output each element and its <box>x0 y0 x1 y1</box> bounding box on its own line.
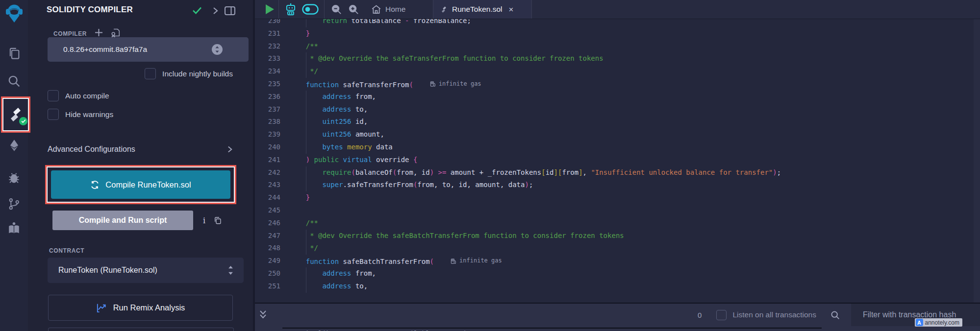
chevron-right-icon <box>227 145 233 153</box>
contract-selected-value: RuneToken (RuneToken.sol) <box>58 266 157 275</box>
search-icon[interactable] <box>0 74 28 88</box>
code-line[interactable]: 248 */ <box>255 242 980 255</box>
copy-icon[interactable] <box>213 216 222 225</box>
compile-and-run-button[interactable]: Compile and Run script <box>52 211 193 230</box>
solidity-file-icon <box>440 5 448 14</box>
code-line[interactable]: 231 } <box>255 27 980 40</box>
line-number[interactable]: 243 <box>255 179 280 191</box>
tab-close-icon[interactable]: × <box>509 5 514 14</box>
code-text: /** <box>280 40 318 53</box>
code-line[interactable]: 235 function safeTransferFrom(infinite g… <box>255 78 980 91</box>
code-line[interactable]: 243 super.safeTransferFrom(from, to, id,… <box>255 179 980 191</box>
line-number[interactable]: 236 <box>255 91 280 103</box>
line-number[interactable]: 238 <box>255 116 280 128</box>
line-number[interactable]: 242 <box>255 166 280 179</box>
deploy-and-run-icon[interactable] <box>0 139 28 152</box>
line-number[interactable]: 239 <box>255 128 280 141</box>
editor-scrollbar[interactable] <box>974 19 980 303</box>
code-line[interactable]: 239 uint256 amount, <box>255 128 980 141</box>
terminal-search-icon[interactable] <box>830 310 840 320</box>
line-number[interactable]: 232 <box>255 40 280 53</box>
code-text: uint256 id, <box>280 116 368 128</box>
code-line[interactable]: 238 uint256 id, <box>255 116 980 128</box>
line-number[interactable]: 234 <box>255 65 280 78</box>
code-line[interactable]: 249 function safeBatchTransferFrom(infin… <box>255 255 980 267</box>
code-line[interactable]: 245 <box>255 204 980 217</box>
version-updown-icon[interactable] <box>211 43 224 58</box>
compiler-section-label: COMPILER <box>53 30 87 37</box>
compile-button[interactable]: Compile RuneToken.sol <box>51 170 230 199</box>
code-text <box>280 204 289 217</box>
line-number[interactable]: 233 <box>255 52 280 65</box>
zoom-in-button[interactable] <box>348 0 359 19</box>
line-number[interactable]: 249 <box>255 255 280 267</box>
line-number[interactable]: 248 <box>255 242 280 255</box>
ai-toggle-switch[interactable] <box>302 0 319 19</box>
debugger-bug-icon[interactable] <box>0 171 28 185</box>
auto-compile-checkbox[interactable] <box>48 90 59 101</box>
line-number[interactable]: 241 <box>255 154 280 166</box>
run-script-play-button[interactable] <box>266 0 274 19</box>
code-line[interactable]: 230 return totalBalance - frozenBalance; <box>255 19 980 27</box>
line-number[interactable]: 250 <box>255 267 280 280</box>
code-line[interactable]: 237 address to, <box>255 103 980 116</box>
code-text: address to, <box>280 103 368 116</box>
line-number[interactable]: 245 <box>255 204 280 217</box>
pin-panel-icon[interactable] <box>224 6 236 18</box>
code-line[interactable]: 240 bytes memory data <box>255 141 980 154</box>
line-number[interactable]: 247 <box>255 230 280 242</box>
panel-collapse-chevron-icon[interactable] <box>212 7 219 17</box>
code-editor[interactable]: 230 return totalBalance - frozenBalance;… <box>255 19 980 303</box>
code-line[interactable]: 233 * @dev Override the safeTransferFrom… <box>255 52 980 65</box>
line-number[interactable]: 231 <box>255 27 280 40</box>
listen-all-transactions-checkbox[interactable] <box>716 310 727 320</box>
line-number[interactable]: 246 <box>255 217 280 230</box>
advanced-configurations-toggle[interactable]: Advanced Configurations <box>48 145 233 154</box>
line-number[interactable]: 251 <box>255 280 280 293</box>
code-line[interactable]: 232 /** <box>255 40 980 53</box>
file-explorer-icon[interactable] <box>0 46 28 61</box>
code-line[interactable]: 234 */ <box>255 65 980 78</box>
line-number[interactable]: 237 <box>255 103 280 116</box>
zoom-out-button[interactable] <box>331 0 342 19</box>
code-line[interactable]: 247 * @dev Override the safeBatchTransfe… <box>255 230 980 242</box>
code-text: uint256 amount, <box>280 128 384 141</box>
advanced-configurations-label: Advanced Configurations <box>48 145 135 154</box>
solidity-compiler-icon[interactable] <box>7 106 24 123</box>
compile-success-badge-icon <box>19 117 27 125</box>
line-number[interactable]: 240 <box>255 141 280 154</box>
home-icon <box>371 4 381 14</box>
line-number[interactable]: 235 <box>255 78 280 91</box>
terminal-expand-icon[interactable] <box>259 309 267 322</box>
zoom-out-icon <box>331 4 342 15</box>
git-branch-icon[interactable] <box>0 197 28 211</box>
code-line[interactable]: 244 } <box>255 191 980 204</box>
line-number[interactable]: 230 <box>255 19 280 27</box>
ai-assistant-robot-button[interactable] <box>284 0 297 19</box>
info-icon[interactable]: i <box>203 216 205 225</box>
contract-select[interactable]: RuneToken (RuneToken.sol) <box>48 258 244 283</box>
run-remix-analysis-button[interactable]: Run Remix Analysis <box>48 295 233 321</box>
code-line[interactable]: 251 address to, <box>255 280 980 293</box>
home-tab[interactable]: Home <box>371 0 405 19</box>
code-text: */ <box>280 65 318 78</box>
compile-button-label: Compile RuneToken.sol <box>105 180 191 189</box>
terminal-prompt-hint[interactable]: Type the library name to see available c… <box>282 328 822 331</box>
transaction-count-badge: 0 <box>698 311 702 319</box>
hide-warnings-checkbox[interactable] <box>48 109 59 120</box>
code-line[interactable]: 250 address from, <box>255 267 980 280</box>
include-nightly-checkbox[interactable] <box>145 68 156 79</box>
code-text: bytes memory data <box>280 141 393 154</box>
tab-runetoken[interactable]: RuneToken.sol × <box>433 0 532 19</box>
code-line[interactable]: 246 /** <box>255 217 980 230</box>
gas-estimate-badge: infinite gas <box>451 255 502 267</box>
code-line[interactable]: 242 require(balanceOf(from, id) >= amoun… <box>255 166 980 179</box>
editor-toolbar: Home RuneToken.sol × <box>255 0 980 19</box>
code-line[interactable]: 236 address from, <box>255 91 980 103</box>
learneth-book-icon[interactable] <box>0 221 28 236</box>
code-text: address from, <box>280 267 376 280</box>
next-button-partial[interactable] <box>48 328 234 331</box>
line-number[interactable]: 244 <box>255 191 280 204</box>
code-line[interactable]: 241 ) public virtual override { <box>255 154 980 166</box>
annotely-watermark-text: annotely.com <box>925 319 959 326</box>
